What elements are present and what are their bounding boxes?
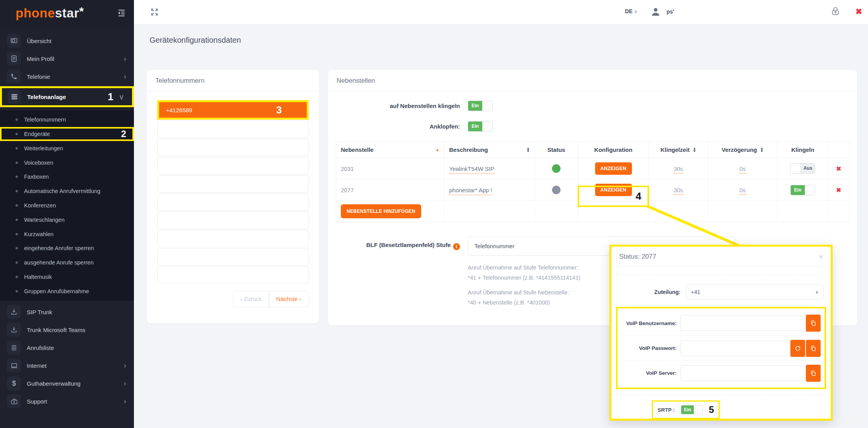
toggle-state-label: Aus bbox=[801, 164, 815, 173]
sidebar-item-ausgehende-anrufe-sperren[interactable]: ausgehende Anrufe sperren bbox=[0, 256, 134, 270]
sidebar-item-trunk-microsoft-teams[interactable]: Trunk Microsoft Teams bbox=[0, 321, 134, 339]
sidebar-item-sip-trunk[interactable]: SIP Trunk bbox=[0, 303, 134, 321]
voip-username-input[interactable] bbox=[681, 315, 805, 331]
sub-item-label: Telefonnummern bbox=[24, 117, 66, 123]
chevron-left-icon: ‹ bbox=[240, 296, 242, 302]
srtp-toggle[interactable]: Ein bbox=[681, 405, 703, 414]
sidebar-item-konferenzen[interactable]: Konferenzen bbox=[0, 198, 134, 212]
status-popup: Status: 2077 × Zuteilung: +41∨ VoIP Benu… bbox=[609, 245, 833, 421]
sidebar-item-telefonnummern[interactable]: Telefonnummern bbox=[0, 113, 134, 127]
zuteilung-select[interactable]: +41∨ bbox=[686, 284, 824, 300]
sub-item-label: Weiterleitungen bbox=[24, 145, 63, 151]
copy-icon[interactable] bbox=[806, 340, 821, 357]
download-icon bbox=[7, 305, 21, 319]
anzeigen-button[interactable]: ANZEIGEN bbox=[595, 162, 632, 175]
sidebar-item-guthabenverwaltung[interactable]: $ Guthabenverwaltung › bbox=[0, 374, 134, 392]
laptop-icon bbox=[7, 358, 21, 372]
ring-time-value[interactable]: 30s bbox=[674, 165, 683, 174]
ring-extensions-toggle[interactable]: Ein bbox=[468, 101, 493, 111]
phone-number-row-empty[interactable] bbox=[157, 266, 309, 284]
phone-number-row-empty[interactable] bbox=[157, 120, 309, 138]
pagination-prev-button[interactable]: ‹ Zurück bbox=[233, 291, 269, 307]
toggle-ring-label: auf Nebenstellen klingeln bbox=[328, 103, 460, 109]
lock-icon[interactable] bbox=[830, 6, 840, 16]
sidebar-item-gruppen-anrufuebernahme[interactable]: Gruppen Anrufübernahme bbox=[0, 284, 134, 298]
page-title: Gerätekonfigurationsdaten bbox=[149, 36, 241, 45]
column-header-nebenstelle[interactable]: Nebenstelle▲ bbox=[336, 142, 444, 158]
column-header-actions bbox=[828, 142, 849, 158]
phone-number-row-selected[interactable]: +4126589 3 bbox=[159, 102, 307, 118]
annotation-number-1: 1 bbox=[108, 91, 113, 103]
phone-number-row-empty[interactable] bbox=[157, 175, 309, 193]
add-extension-button[interactable]: NEBENSTELLE HINZUFÜGEN bbox=[341, 204, 421, 218]
chevron-right-icon: › bbox=[124, 54, 128, 63]
document-icon bbox=[7, 52, 21, 66]
sidebar-item-voiceboxen[interactable]: Voiceboxen bbox=[0, 156, 134, 170]
delete-extension-icon[interactable]: ✖ bbox=[836, 187, 841, 193]
user-icon[interactable] bbox=[650, 6, 661, 17]
status-dot-online bbox=[552, 164, 561, 173]
info-icon[interactable]: i bbox=[453, 243, 460, 250]
sidebar-item-mein-profil[interactable]: Mein Profil › bbox=[0, 50, 134, 68]
chevron-right-icon: › bbox=[299, 296, 301, 302]
phone-number-row-empty[interactable] bbox=[157, 157, 309, 174]
sidebar-item-support[interactable]: Support › bbox=[0, 392, 134, 410]
sidebar-item-uebersicht[interactable]: Übersicht bbox=[0, 32, 134, 50]
sidebar-item-eingehende-anrufer-sperren[interactable]: eingehende Anrufer sperren bbox=[0, 241, 134, 255]
sidebar-item-automatische-anrufvermittlung[interactable]: Automatische Anrufvermittlung bbox=[0, 184, 134, 198]
phone-number-row-empty[interactable] bbox=[157, 212, 309, 229]
ringing-toggle-on[interactable]: Ein bbox=[790, 185, 815, 195]
extension-add-row: NEBENSTELLE HINZUFÜGEN bbox=[336, 201, 849, 222]
call-waiting-toggle[interactable]: Ein bbox=[468, 121, 493, 132]
annotation-number-5: 5 bbox=[709, 404, 714, 415]
sidebar-item-label: Guthabenverwaltung bbox=[27, 380, 80, 387]
fullscreen-expand-icon[interactable] bbox=[149, 7, 160, 17]
phone-number-row-empty[interactable] bbox=[157, 193, 309, 211]
delete-extension-icon[interactable]: ✖ bbox=[836, 165, 841, 172]
sub-item-label: Warteschlangen bbox=[24, 217, 64, 223]
phone-number-row-empty[interactable] bbox=[157, 139, 309, 156]
sidebar-item-warteschlangen[interactable]: Warteschlangen bbox=[0, 213, 134, 227]
ringing-toggle-off[interactable]: Aus bbox=[790, 163, 815, 174]
sidebar-item-internet[interactable]: Internet › bbox=[0, 357, 134, 374]
dollar-icon: $ bbox=[7, 376, 21, 390]
delay-value[interactable]: 0s bbox=[740, 187, 746, 195]
sidebar-item-telefonie[interactable]: Telefonie › bbox=[0, 68, 134, 85]
ring-time-value[interactable]: 30s bbox=[674, 187, 683, 195]
phone-number-row-empty[interactable] bbox=[157, 230, 309, 247]
column-header-verzoegerung[interactable]: Verzögerung▲▼ bbox=[708, 142, 778, 158]
sidebar-item-kurzwahlen[interactable]: Kurzwahlen bbox=[0, 227, 134, 241]
popup-close-icon[interactable]: × bbox=[819, 252, 823, 261]
status-dot-offline bbox=[552, 186, 561, 194]
voip-password-input[interactable] bbox=[681, 341, 790, 356]
nebenstellen-panel-title: Nebenstellen bbox=[328, 70, 857, 92]
voip-server-input[interactable] bbox=[681, 365, 805, 381]
phone-number-row-empty[interactable] bbox=[157, 248, 309, 266]
extension-description-link[interactable]: phonestar* App ! bbox=[449, 187, 492, 195]
sidebar-item-endgeraete[interactable]: Endgeräte2 bbox=[0, 127, 134, 141]
delay-value[interactable]: 0s bbox=[740, 165, 746, 174]
extension-row-2031: 2031 YealinkT54W SIP ANZEIGEN 30s 0s Aus… bbox=[336, 158, 849, 179]
toggle-state-label: Ein bbox=[468, 122, 482, 131]
zuteilung-selected-value: +41 bbox=[691, 289, 700, 295]
language-selector[interactable]: DE∨ bbox=[625, 8, 637, 14]
sidebar-item-weiterleitungen[interactable]: Weiterleitungen bbox=[0, 141, 134, 155]
sidebar-item-haltemusik[interactable]: Haltemusik bbox=[0, 270, 134, 284]
sidebar-item-faxboxen[interactable]: Faxboxen bbox=[0, 170, 134, 184]
sidebar-item-label: Mein Profil bbox=[27, 56, 54, 62]
topbar: DE∨ ps' ✖ bbox=[134, 0, 868, 24]
sidebar-collapse-icon[interactable] bbox=[117, 8, 126, 17]
toggle-knob bbox=[482, 122, 492, 131]
column-header-beschreibung[interactable]: Beschreibung▲▼ bbox=[444, 142, 535, 158]
refresh-icon[interactable] bbox=[790, 340, 805, 357]
copy-icon[interactable] bbox=[806, 365, 821, 382]
extension-description-link[interactable]: YealinkT54W SIP bbox=[449, 165, 494, 174]
copy-icon[interactable] bbox=[806, 315, 821, 332]
anzeigen-button[interactable]: ANZEIGEN bbox=[595, 184, 632, 196]
sidebar-item-telefonanlage[interactable]: Telefonanlage 1 ∨ bbox=[0, 86, 134, 107]
sidebar: phonestar* Übersicht Mein Profil › Telef… bbox=[0, 0, 134, 428]
pagination-next-button[interactable]: Nächste › bbox=[269, 291, 309, 307]
column-header-klingelzeit[interactable]: Klingelzeit▲▼ bbox=[649, 142, 708, 158]
sidebar-item-anrufsliste[interactable]: Anrufsliste bbox=[0, 339, 134, 357]
logout-x-icon[interactable]: ✖ bbox=[855, 7, 862, 16]
